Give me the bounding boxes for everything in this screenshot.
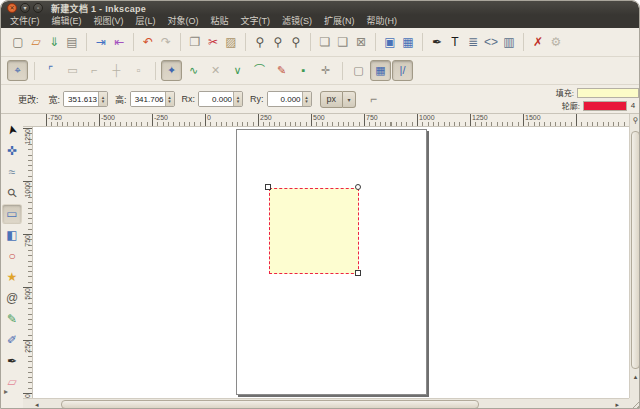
export-button[interactable]: ⇤ [110, 31, 128, 53]
snap-grid-button[interactable]: ▦ [370, 60, 391, 81]
menu-file[interactable]: 文件(F) [4, 15, 46, 28]
tweak-tool-button[interactable]: ≈ [2, 162, 22, 182]
new-document-button[interactable]: ▢ [9, 31, 27, 53]
duplicate-button[interactable]: ❏ [316, 31, 334, 53]
selector-tool-button[interactable]: ➤ [2, 120, 22, 140]
menu-object[interactable]: 对象(O) [162, 15, 205, 28]
fill-stroke-dialog-button[interactable]: ✒ [428, 31, 446, 53]
menu-text[interactable]: 文字(T) [235, 15, 277, 28]
node-tool-button[interactable]: ✜ [2, 141, 22, 161]
width-spin-buttons[interactable]: ▴▾ [98, 92, 107, 106]
open-document-button[interactable]: ▱ [27, 31, 45, 53]
calligraphy-tool-button[interactable]: ✒ [2, 351, 22, 371]
enable-snapping-button[interactable]: ⌖ [7, 60, 28, 81]
menu-filters[interactable]: 滤镜(S) [276, 15, 318, 28]
title-bar[interactable]: ✕ ▾ ▫ 新建文档 1 - Inkscape [1, 1, 639, 15]
width-input[interactable] [64, 92, 98, 106]
cut-button[interactable]: ✂ [204, 31, 222, 53]
vertical-ruler[interactable]: 125010007505002500 [23, 127, 33, 398]
ellipse-tool-button[interactable]: ○ [2, 246, 22, 266]
zoom-selection-button[interactable]: ⚲ [251, 31, 269, 53]
snap-path-intersections-button[interactable]: ✕ [205, 60, 226, 81]
zoom-tool-button[interactable]: ⚲ [2, 183, 22, 203]
vertical-scrollbar[interactable]: ⚲ ▴ ▾ [629, 114, 640, 409]
ry-spin-buttons[interactable]: ▴▾ [302, 92, 311, 106]
unlink-clone-button[interactable]: ⊠ [352, 31, 370, 53]
snap-nodes-button[interactable]: ✦ [161, 60, 182, 81]
ellipse-tool-icon: ○ [8, 250, 15, 262]
save-document-button[interactable]: ⇓ [45, 31, 63, 53]
spiral-tool-button[interactable]: @ [2, 288, 22, 308]
scroll-right-icon[interactable]: ▸ [615, 399, 619, 409]
resize-handle-top-left[interactable] [265, 184, 271, 190]
star-tool-button[interactable]: ★ [2, 267, 22, 287]
snap-line-midpoints-button[interactable]: ✎ [271, 60, 292, 81]
vertical-scrollbar-thumb[interactable] [631, 131, 640, 369]
scroll-left-icon[interactable]: ◂ [35, 399, 39, 409]
menu-edit[interactable]: 编辑(E) [46, 15, 88, 28]
snap-paths-button[interactable]: ∿ [183, 60, 204, 81]
height-input[interactable] [131, 92, 165, 106]
horizontal-scrollbar-thumb[interactable] [61, 400, 479, 409]
pencil-tool-button[interactable]: ✎ [2, 309, 22, 329]
minimize-button[interactable]: ▾ [20, 3, 30, 13]
height-spin-buttons[interactable]: ▴▾ [165, 92, 174, 106]
snap-guides-button[interactable]: |/ [392, 60, 413, 81]
snap-cusp-nodes-button[interactable]: ∨ [227, 60, 248, 81]
align-dialog-button[interactable]: ▥ [500, 31, 518, 53]
menu-paste[interactable]: 粘贴 [205, 15, 235, 28]
stroke-swatch[interactable] [583, 101, 627, 111]
drawn-rectangle[interactable] [269, 188, 359, 274]
ungroup-button[interactable]: ▦ [399, 31, 417, 53]
rx-spin-buttons[interactable]: ▴▾ [233, 92, 242, 106]
pen-tool-button[interactable]: ✐ [2, 330, 22, 350]
menu-extensions[interactable]: 扩展(N) [318, 15, 361, 28]
snap-bbox-corners-button[interactable]: ⌐ [84, 60, 105, 81]
box3d-tool-button[interactable]: ◧ [2, 225, 22, 245]
menu-help[interactable]: 帮助(H) [361, 15, 404, 28]
snap-smooth-nodes-button[interactable]: ⌒ [249, 60, 270, 81]
zoom-page-button[interactable]: ⚲ [287, 31, 305, 53]
zoom-drawing-button[interactable]: ⚲ [269, 31, 287, 53]
snap-bbox-edges-button[interactable]: ▭ [62, 60, 83, 81]
toolbox-overflow-icon[interactable]: ▸ [4, 387, 8, 396]
snap-page-border-button[interactable]: ▢ [348, 60, 369, 81]
menu-view[interactable]: 视图(V) [88, 15, 130, 28]
sharp-corners-icon[interactable]: ⌐ [370, 92, 377, 106]
ry-input[interactable] [268, 92, 302, 106]
import-button[interactable]: ⇥ [92, 31, 110, 53]
undo-button[interactable]: ↶ [139, 31, 157, 53]
snap-object-centers-button[interactable]: ▪ [293, 60, 314, 81]
horizontal-ruler[interactable]: -750-500-2500250500750100012501500 [23, 114, 629, 127]
unit-dropdown-button[interactable]: ▾ [343, 91, 356, 108]
redo-button[interactable]: ↷ [157, 31, 175, 53]
unit-button[interactable]: px [320, 91, 344, 108]
fill-swatch[interactable] [577, 88, 639, 98]
maximize-button[interactable]: ▫ [33, 3, 43, 13]
layers-dialog-button[interactable]: ≣ [464, 31, 482, 53]
snap-bbox-button[interactable]: ⌜ [40, 60, 61, 81]
zoom-corner-icon[interactable]: ⚲ [630, 114, 640, 127]
cleanup-document-button[interactable]: ✗ [529, 31, 547, 53]
corner-radius-handle-top-right[interactable] [355, 184, 361, 190]
snap-rotation-centers-button[interactable]: ✛ [315, 60, 336, 81]
text-dialog-button[interactable]: T [446, 31, 464, 53]
snap-bbox-edge-midpoints-button[interactable]: ┼ [106, 60, 127, 81]
rx-input[interactable] [199, 92, 233, 106]
menu-layer[interactable]: 层(L) [130, 15, 162, 28]
canvas[interactable] [33, 127, 629, 398]
xml-editor-button[interactable]: <> [482, 31, 500, 53]
paste-button[interactable]: ▨ [222, 31, 240, 53]
scroll-up-icon[interactable]: ▴ [630, 373, 640, 381]
preferences-button[interactable]: ⚙ [547, 31, 565, 53]
create-clone-button[interactable]: ❑ [334, 31, 352, 53]
print-button[interactable]: ▤ [63, 31, 81, 53]
resize-grip[interactable] [629, 398, 640, 409]
rectangle-tool-button[interactable]: ▭ [2, 204, 22, 224]
copy-button[interactable]: ❐ [186, 31, 204, 53]
close-button[interactable]: ✕ [7, 3, 17, 13]
horizontal-scrollbar[interactable]: ◂ ▸ [23, 398, 629, 409]
group-button[interactable]: ▣ [381, 31, 399, 53]
snap-bbox-centers-button[interactable]: ▫ [128, 60, 149, 81]
resize-handle-bottom-right[interactable] [355, 270, 361, 276]
